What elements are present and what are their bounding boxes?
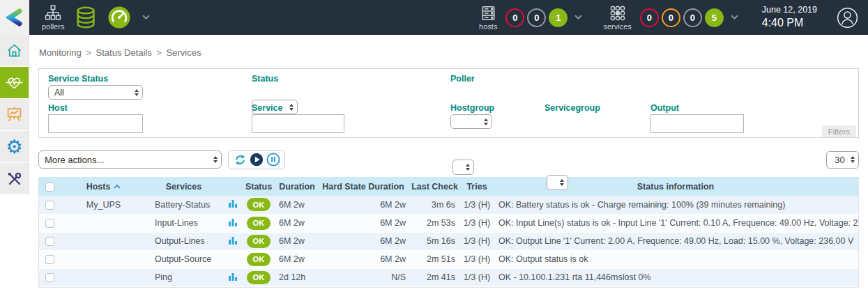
services-menu[interactable]: services <box>603 5 631 31</box>
host-cell[interactable] <box>63 214 144 232</box>
hosts-menu[interactable]: hosts <box>479 5 497 31</box>
database-status-icon[interactable] <box>74 6 98 29</box>
sidebar-item-home[interactable] <box>0 35 29 67</box>
per-page-select[interactable]: 30 <box>826 151 859 169</box>
service-cell[interactable]: Output-Lines <box>144 232 224 250</box>
header-tries[interactable]: Tries <box>461 177 493 196</box>
servicegroup-label: Servicegroup <box>545 103 600 113</box>
table-row: Output-Lines OK 6M 2w 6M 2w 5m 16s 1/3 (… <box>39 232 858 250</box>
hard-state-duration-cell: 6M 2w <box>318 250 409 268</box>
host-cell[interactable] <box>63 232 144 250</box>
sidebar-item-administration[interactable] <box>0 163 29 195</box>
row-checkbox[interactable] <box>45 255 54 264</box>
current-date: June 12, 2019 <box>762 5 817 16</box>
service-cell[interactable]: Battery-Status <box>144 196 224 214</box>
host-input[interactable] <box>48 114 143 133</box>
host-label: Host <box>48 103 68 113</box>
duration-cell: 6M 2w <box>276 250 318 268</box>
last-check-cell: 2m 41s <box>409 268 461 286</box>
monitoring-action-buttons <box>228 150 285 169</box>
services-chevron-down-icon[interactable] <box>731 15 738 20</box>
filters-tab[interactable]: Filters <box>822 125 856 137</box>
sidebar-item-configuration[interactable]: ⚙ <box>0 131 29 163</box>
user-menu[interactable] <box>837 7 858 29</box>
sidebar-item-monitoring[interactable] <box>0 67 29 99</box>
row-checkbox[interactable] <box>45 219 54 228</box>
row-checkbox[interactable] <box>45 273 54 282</box>
select-arrows-icon <box>135 89 139 96</box>
select-arrows-icon <box>851 156 855 163</box>
header-last-check[interactable]: Last Check <box>409 177 461 196</box>
status-count-badge[interactable]: 0 <box>640 8 659 27</box>
toolbar: More actions... <box>38 150 859 169</box>
service-input[interactable] <box>252 114 344 133</box>
row-checkbox[interactable] <box>45 237 54 246</box>
header-duration[interactable]: Duration <box>276 177 318 196</box>
status-information-cell: OK: Output status is ok <box>493 250 858 268</box>
output-input[interactable] <box>650 114 744 133</box>
poller-gauge-icon[interactable] <box>107 6 131 29</box>
table-row: Input-Lines OK 6M 2w 6M 2w 2m 53s 1/3 (H… <box>39 214 858 232</box>
centreon-logo[interactable] <box>0 0 29 35</box>
poller-select[interactable] <box>450 114 492 129</box>
status-count-badge[interactable]: 0 <box>683 8 702 27</box>
tries-cell: 1/3 (H) <box>461 232 493 250</box>
breadcrumb-item[interactable]: Status Details <box>96 47 152 58</box>
tries-cell: 1/3 (H) <box>461 268 493 286</box>
header-hard-state-duration[interactable]: Hard State Duration <box>318 177 409 196</box>
status-count-badge[interactable]: 1 <box>549 8 568 27</box>
refresh-icon <box>234 153 247 167</box>
duration-cell: 6M 2w <box>276 232 318 250</box>
header-hosts[interactable]: Hosts <box>63 177 144 196</box>
status-count-badge[interactable]: 0 <box>505 8 524 27</box>
status-count-badge[interactable]: 5 <box>705 8 724 27</box>
duration-cell: 2d 12h <box>276 268 318 286</box>
centreon-logo-icon <box>6 8 24 26</box>
header-status[interactable]: Status <box>241 177 276 196</box>
hosts-chevron-down-icon[interactable] <box>574 15 582 20</box>
pollers-menu[interactable]: pollers <box>42 5 64 31</box>
select-all-checkbox[interactable] <box>45 183 54 192</box>
refresh-button[interactable] <box>233 153 247 167</box>
hard-state-duration-cell: 6M 2w <box>318 196 409 214</box>
host-cell[interactable]: My_UPS <box>63 196 144 214</box>
status-count-badge[interactable]: 0 <box>527 8 546 27</box>
service-cell[interactable]: Ping <box>144 268 224 286</box>
select-arrows-icon <box>484 118 488 125</box>
last-check-cell: 2m 51s <box>409 250 461 268</box>
host-cell[interactable] <box>63 250 144 268</box>
last-check-cell: 3m 6s <box>409 196 461 214</box>
servicegroup-select[interactable] <box>547 175 568 190</box>
graph-icon[interactable] <box>228 274 238 284</box>
status-information-cell: OK: Battery status is ok - Charge remain… <box>493 196 858 214</box>
service-cell[interactable]: Output-Source <box>144 250 224 268</box>
hostgroup-select[interactable] <box>452 160 474 175</box>
status-information-cell: OK - 10.100.1.231 rta 11,446mslost 0% <box>493 268 858 286</box>
tries-cell: 1/3 (H) <box>461 250 493 268</box>
per-page-value: 30 <box>835 155 844 165</box>
hard-state-duration-cell: N/S <box>318 268 409 286</box>
graph-icon[interactable] <box>228 238 238 247</box>
header-services[interactable]: Services <box>144 177 224 196</box>
graph-icon[interactable] <box>228 219 238 229</box>
breadcrumb-item[interactable]: Services <box>167 47 201 58</box>
status-count-badge[interactable]: 0 <box>662 8 680 27</box>
more-actions-value: More actions... <box>45 155 104 165</box>
service-cell[interactable]: Input-Lines <box>144 214 224 232</box>
hosts-badges: 001 <box>503 8 568 27</box>
service-status-select[interactable]: All <box>48 85 143 100</box>
more-actions-select[interactable]: More actions... <box>38 150 222 169</box>
pause-button[interactable] <box>266 153 280 167</box>
row-checkbox[interactable] <box>45 201 54 210</box>
current-time: 4:40 PM <box>762 16 817 30</box>
graph-icon[interactable] <box>228 201 238 210</box>
play-button[interactable] <box>250 153 264 167</box>
host-cell[interactable] <box>63 268 144 286</box>
status-information-cell: OK: Input Line(s) status is ok - Input L… <box>493 214 858 232</box>
status-label: Status <box>252 74 278 84</box>
pollers-chevron-down-icon[interactable] <box>142 15 150 20</box>
breadcrumb-item[interactable]: Monitoring <box>39 47 82 58</box>
status-badge: OK <box>247 253 270 266</box>
sidebar-item-reporting[interactable] <box>0 99 29 131</box>
play-icon <box>250 153 264 167</box>
